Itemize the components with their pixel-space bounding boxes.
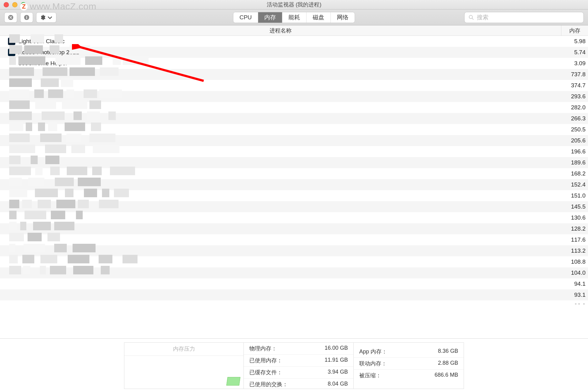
svg-point-2 xyxy=(26,16,27,17)
process-memory: 130.6 xyxy=(561,214,588,221)
toolbar: CPU 内存 能耗 磁盘 网络 xyxy=(0,9,588,25)
process-memory: 93.0 xyxy=(561,303,588,304)
process-memory: 94.1 xyxy=(561,281,588,287)
stat-row: 已使用的交换：8.04 GB xyxy=(244,379,353,390)
info-icon xyxy=(24,14,30,21)
memory-stats-panel-1: 物理内存：16.00 GB已使用内存：11.91 GB已缓存文件：3.94 GB… xyxy=(243,342,354,389)
process-memory: 250.5 xyxy=(561,126,588,133)
stop-process-button[interactable] xyxy=(4,12,17,23)
table-row[interactable]: 205.6 xyxy=(0,135,588,146)
process-memory: 145.5 xyxy=(561,203,588,210)
process-name: Lightroom Classic xyxy=(18,38,561,45)
table-row[interactable]: 128.2 xyxy=(0,223,588,234)
table-row[interactable]: 196.6 xyxy=(0,146,588,157)
table-row[interactable]: 108.8 xyxy=(0,256,588,267)
table-row[interactable]: 93.1 xyxy=(0,289,588,300)
search-icon xyxy=(468,14,474,21)
process-memory: 104.0 xyxy=(561,270,588,276)
process-memory: 3.09 xyxy=(561,60,588,67)
column-header-memory[interactable]: 内存 xyxy=(561,25,588,36)
process-memory: 5.74 xyxy=(561,49,588,56)
table-row[interactable]: 374.7 xyxy=(0,80,588,91)
table-row[interactable]: 266.3 xyxy=(0,113,588,124)
table-row[interactable]: 250.5 xyxy=(0,124,588,135)
memory-pressure-panel: 内存压力 xyxy=(124,342,243,389)
tab-memory[interactable]: 内存 xyxy=(258,12,282,23)
svg-rect-3 xyxy=(26,17,27,19)
table-row[interactable]: 130.6 xyxy=(0,212,588,223)
process-memory: 168.2 xyxy=(561,170,588,177)
process-memory: 128.2 xyxy=(561,225,588,232)
process-memory: 282.0 xyxy=(561,104,588,111)
table-row[interactable]: 93.0 xyxy=(0,300,588,304)
stop-icon xyxy=(8,14,14,21)
table-row[interactable]: 104.0 xyxy=(0,267,588,278)
process-memory: 93.1 xyxy=(561,292,588,298)
table-row[interactable]: 168.2 xyxy=(0,168,588,179)
table-row[interactable]: 117.6 xyxy=(0,234,588,245)
memory-pressure-label: 内存压力 xyxy=(124,343,243,356)
info-button[interactable] xyxy=(20,12,33,23)
process-memory: 113.2 xyxy=(561,247,588,254)
minimize-window-button[interactable] xyxy=(12,2,17,7)
settings-menu-button[interactable] xyxy=(36,12,56,23)
pressure-graph-fill xyxy=(226,377,240,386)
table-row[interactable]: PsAdobe Photoshop 20215.74 xyxy=(0,47,588,58)
app-icon: Lrc xyxy=(8,38,15,45)
table-row[interactable]: 360Chrome Helper3.09 xyxy=(0,58,588,69)
memory-stats-panel-2: App 内存：8.36 GB联动内存：2.88 GB被压缩：686.6 MB xyxy=(354,342,464,389)
stat-row: App 内存：8.36 GB xyxy=(354,346,464,358)
search-field[interactable] xyxy=(464,12,584,23)
fullscreen-window-button[interactable] xyxy=(21,2,26,7)
table-row[interactable]: 151.0 xyxy=(0,190,588,201)
footer-stats: 内存压力 物理内存：16.00 GB已使用内存：11.91 GB已缓存文件：3.… xyxy=(0,338,588,392)
app-icon: Ps xyxy=(8,49,15,56)
toolbar-left xyxy=(4,12,56,23)
process-memory: 293.6 xyxy=(561,93,588,100)
table-row[interactable]: 737.8 xyxy=(0,69,588,80)
table-row[interactable]: 293.6 xyxy=(0,91,588,102)
tab-network[interactable]: 网络 xyxy=(331,12,355,23)
gear-icon xyxy=(40,14,46,21)
tab-disk[interactable]: 磁盘 xyxy=(307,12,331,23)
search-input[interactable] xyxy=(477,14,580,21)
process-memory: 374.7 xyxy=(561,82,588,89)
process-name: Adobe Photoshop 2021 xyxy=(18,49,561,56)
chevron-down-icon xyxy=(47,14,53,21)
column-header-name[interactable]: 进程名称 xyxy=(0,25,561,36)
stat-row: 已缓存文件：3.94 GB xyxy=(244,367,353,379)
memory-pressure-graph xyxy=(128,373,240,386)
traffic-lights xyxy=(4,2,26,7)
titlebar: 活动监视器 (我的进程) xyxy=(0,0,588,9)
table-row[interactable]: 152.4 xyxy=(0,179,588,190)
process-memory: 152.4 xyxy=(561,181,588,188)
process-memory: 108.8 xyxy=(561,258,588,265)
process-memory: 196.6 xyxy=(561,148,588,155)
process-name: 360Chrome Helper xyxy=(18,60,561,67)
process-memory: 151.0 xyxy=(561,192,588,199)
table-row[interactable]: 113.2 xyxy=(0,245,588,256)
tab-segmented-control: CPU 内存 能耗 磁盘 网络 xyxy=(233,12,355,23)
table-row[interactable]: 94.1 xyxy=(0,278,588,289)
process-list[interactable]: LrcLightroom Classic5.98PsAdobe Photosho… xyxy=(0,36,588,304)
stat-row: 已使用内存：11.91 GB xyxy=(244,355,353,367)
process-memory: 189.6 xyxy=(561,159,588,166)
table-row[interactable]: 282.0 xyxy=(0,102,588,113)
table-header: 进程名称 内存 xyxy=(0,25,588,36)
table-row[interactable]: 189.6 xyxy=(0,157,588,168)
tab-cpu[interactable]: CPU xyxy=(233,12,258,23)
process-memory: 737.8 xyxy=(561,71,588,78)
process-memory: 205.6 xyxy=(561,137,588,144)
stat-row: 被压缩：686.6 MB xyxy=(354,370,464,381)
table-row[interactable]: LrcLightroom Classic5.98 xyxy=(0,36,588,47)
stat-row: 物理内存：16.00 GB xyxy=(244,343,353,355)
process-memory: 117.6 xyxy=(561,236,588,243)
close-window-button[interactable] xyxy=(4,2,9,7)
window-title: 活动监视器 (我的进程) xyxy=(267,1,322,8)
process-memory: 5.98 xyxy=(561,38,588,45)
tab-energy[interactable]: 能耗 xyxy=(282,12,307,23)
process-memory: 266.3 xyxy=(561,115,588,122)
stat-row: 联动内存：2.88 GB xyxy=(354,358,464,370)
table-row[interactable]: 145.5 xyxy=(0,201,588,212)
